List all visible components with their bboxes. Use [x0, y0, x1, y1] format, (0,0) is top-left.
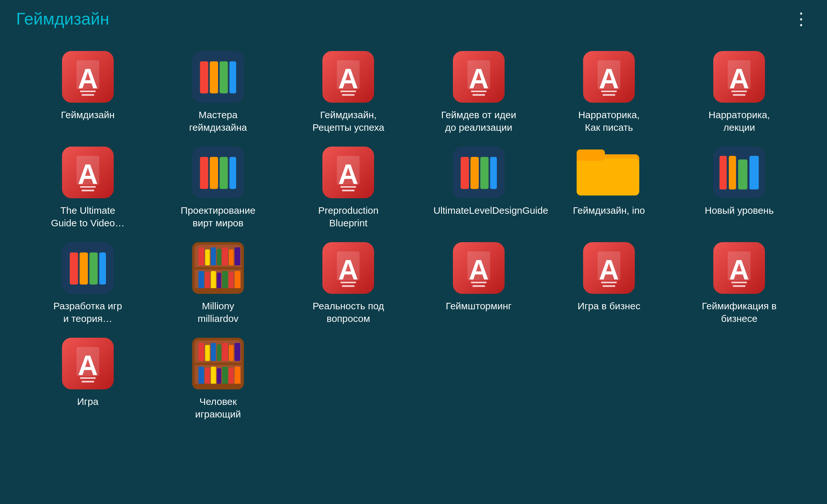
item-label: Новый уровень [705, 204, 774, 217]
bookshelf-icon [192, 338, 244, 389]
svg-rect-52 [577, 150, 605, 161]
svg-rect-51 [577, 158, 639, 195]
more-options-button[interactable]: ⋮ [793, 10, 811, 27]
svg-rect-110 [205, 345, 210, 361]
svg-text:A: A [78, 350, 98, 381]
pdf-icon: A [583, 51, 635, 103]
pdf-icon: A [323, 242, 374, 294]
pdf-icon: A [583, 242, 635, 294]
svg-rect-117 [205, 368, 210, 385]
item-label: Реальность подвопросом [313, 300, 384, 325]
svg-rect-66 [198, 247, 204, 265]
grid-item-15[interactable]: A Реальность подвопросом [287, 242, 410, 325]
svg-rect-67 [205, 249, 210, 265]
svg-rect-109 [198, 343, 204, 361]
svg-rect-115 [235, 343, 240, 361]
item-label: Геймшторминг [446, 300, 512, 312]
svg-rect-74 [205, 272, 210, 289]
svg-text:A: A [599, 63, 619, 94]
pdf-icon: A [713, 51, 765, 103]
svg-rect-61 [89, 252, 98, 285]
grid-item-9[interactable]: A PreproductionBlueprint [287, 147, 410, 229]
folder-yellow-icon [577, 147, 641, 198]
svg-rect-80 [195, 288, 241, 291]
svg-rect-46 [461, 157, 469, 189]
svg-rect-56 [738, 159, 747, 190]
svg-rect-6 [200, 61, 208, 93]
svg-rect-65 [195, 267, 241, 269]
grid-item-16[interactable]: A Геймшторминг [417, 242, 540, 325]
svg-rect-59 [70, 252, 78, 285]
svg-text:A: A [469, 254, 488, 285]
svg-rect-111 [211, 343, 216, 361]
grid-item-14[interactable]: Millionymilliardov [156, 242, 280, 325]
grid-item-3[interactable]: A Геймдизайн,Рецепты успеха [287, 51, 410, 134]
svg-rect-39 [229, 157, 236, 189]
grid-item-2[interactable]: Мастерагеймдизайна [156, 51, 280, 134]
item-label: Геймдизайн,Рецепты успеха [312, 108, 384, 134]
svg-rect-54 [720, 156, 727, 190]
grid-item-4[interactable]: A Геймдев от идеидо реализации [417, 51, 540, 134]
item-label: Проектированиевирт миров [181, 204, 255, 229]
item-label: PreproductionBlueprint [318, 204, 379, 229]
svg-rect-69 [217, 249, 221, 265]
grid-item-5[interactable]: A Нарраторика,Как писать [547, 51, 671, 134]
grid-item-12[interactable]: Новый уровень [677, 147, 801, 229]
svg-text:A: A [78, 63, 98, 94]
svg-rect-119 [217, 368, 221, 385]
svg-rect-70 [222, 247, 228, 265]
svg-rect-57 [749, 156, 759, 190]
item-label: Нарраторика,лекции [709, 108, 770, 134]
grid-item-6[interactable]: A Нарраторика,лекции [677, 51, 801, 134]
item-label: Игра в бизнес [578, 300, 640, 312]
svg-rect-9 [229, 61, 236, 93]
colorbook-icon [453, 147, 504, 198]
svg-rect-116 [198, 367, 204, 385]
svg-text:A: A [338, 63, 358, 94]
svg-rect-47 [470, 157, 479, 189]
svg-rect-68 [211, 247, 216, 265]
svg-rect-76 [217, 272, 221, 289]
item-label: Геймдев от идеидо реализации [441, 108, 516, 134]
pdf-icon: A [62, 338, 114, 389]
svg-rect-122 [235, 367, 240, 385]
colorbook-icon [192, 147, 244, 198]
page-title: Геймдизайн [16, 9, 109, 29]
grid-item-20[interactable]: Человекиграющий [156, 338, 280, 420]
grid-item-17[interactable]: A Игра в бизнес [547, 242, 671, 325]
grid-item-18[interactable]: A Геймификация вбизнесе [677, 242, 801, 325]
svg-rect-112 [217, 345, 221, 361]
grid-item-13[interactable]: Разработка игри теория… [26, 242, 150, 325]
grid-item-7[interactable]: A The UltimateGuide to Video… [26, 147, 150, 229]
svg-rect-37 [210, 157, 218, 189]
svg-rect-60 [80, 252, 88, 285]
svg-text:A: A [469, 63, 488, 94]
grid-item-10[interactable]: UltimateLevelDesignGuide [417, 147, 540, 229]
grid-item-11[interactable]: Геймдизайн, ino [547, 147, 671, 229]
svg-rect-8 [220, 61, 228, 93]
colorbook-icon [62, 242, 114, 294]
app-header: Геймдизайн ⋮ [0, 0, 827, 32]
pdf-icon: A [323, 147, 374, 198]
item-label: The UltimateGuide to Video… [51, 204, 125, 229]
item-label: Мастерагеймдизайна [189, 108, 247, 134]
grid-item-1[interactable]: A Геймдизайн [26, 51, 150, 134]
pdf-icon: A [453, 51, 504, 103]
grid-item-8[interactable]: Проектированиевирт миров [156, 147, 280, 229]
item-label: Геймификация вбизнесе [702, 300, 777, 325]
item-label: Геймдизайн, ino [573, 204, 645, 217]
svg-text:A: A [78, 158, 98, 190]
svg-rect-49 [490, 157, 497, 189]
svg-rect-120 [222, 367, 228, 385]
svg-rect-108 [195, 363, 241, 365]
svg-rect-48 [480, 157, 488, 189]
item-label: Нарраторика,Как писать [578, 108, 640, 134]
svg-rect-73 [198, 271, 204, 289]
grid-item-19[interactable]: A Игра [26, 338, 150, 420]
svg-rect-36 [200, 157, 208, 189]
svg-rect-121 [229, 368, 234, 385]
svg-rect-78 [229, 272, 234, 289]
svg-rect-114 [229, 345, 234, 361]
item-label: Геймдизайн [61, 108, 114, 121]
bookshelf-icon [192, 242, 244, 294]
